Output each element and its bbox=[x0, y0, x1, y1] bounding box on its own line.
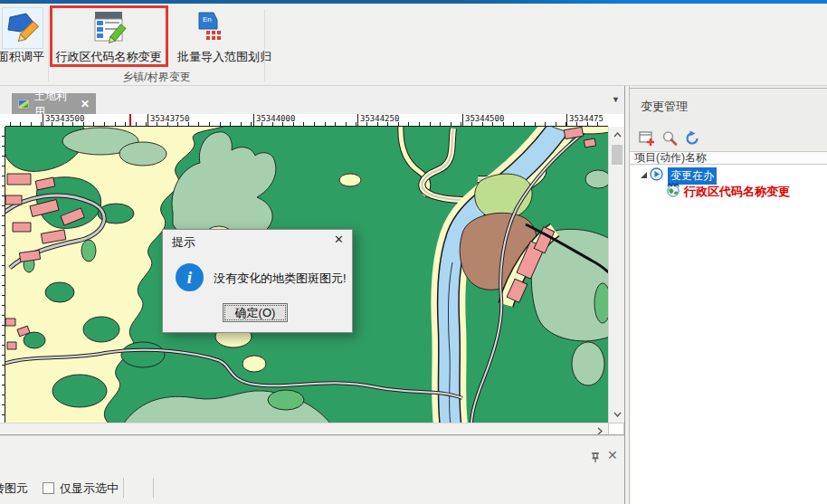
scroll-down-icon[interactable] bbox=[613, 412, 622, 417]
map-horizontal-scrollbar[interactable] bbox=[0, 423, 608, 435]
project-tree: 变更在办 行政区代码名称变更 bbox=[630, 165, 827, 504]
tutorial-highlight-box bbox=[50, 5, 168, 67]
batch-import-label: 批量导入范围划归 bbox=[177, 49, 271, 65]
map-tab-icon bbox=[18, 99, 29, 109]
area-balance-icon bbox=[3, 8, 43, 48]
ribbon-group-separator bbox=[264, 9, 265, 81]
panel-title: 变更管理 bbox=[641, 99, 688, 115]
refresh-icon[interactable] bbox=[684, 130, 700, 147]
show-selected-checkbox[interactable] bbox=[43, 482, 54, 494]
ribbon-group-separator bbox=[48, 9, 49, 81]
add-project-icon[interactable] bbox=[639, 130, 655, 147]
dialog-message: 没有变化的地类图斑图元! bbox=[214, 271, 347, 287]
batch-import-icon: En bbox=[195, 11, 223, 43]
dialog-title: 提示 bbox=[172, 234, 195, 251]
panel-splitter[interactable] bbox=[624, 86, 625, 504]
ruler-label: 3534475 bbox=[569, 114, 604, 123]
tab-close-icon[interactable]: ✕ bbox=[81, 98, 90, 110]
search-icon[interactable] bbox=[661, 130, 678, 147]
ribbon-group-label: 乡镇/村界变更 bbox=[102, 70, 211, 85]
tree-expand-arrow-icon[interactable] bbox=[641, 172, 647, 178]
vertical-scroll-thumb[interactable] bbox=[612, 145, 623, 165]
ok-button[interactable]: 确定(O) bbox=[223, 303, 288, 322]
play-icon bbox=[650, 167, 663, 181]
svg-text:En: En bbox=[203, 15, 212, 24]
message-dialog: 提示 ✕ i 没有变化的地类图斑图元! 确定(O) bbox=[162, 229, 353, 333]
map-vertical-scrollbar[interactable] bbox=[608, 127, 624, 423]
toolbar-separator bbox=[153, 478, 154, 498]
close-panel-icon[interactable]: ✕ bbox=[607, 448, 618, 462]
tab-land-use[interactable]: 土地利用 ✕ bbox=[12, 93, 96, 114]
pin-icon[interactable] bbox=[589, 451, 602, 463]
ruler-label: 35344500 bbox=[465, 114, 504, 123]
tree-item-admin-code-change[interactable]: 行政区代码名称变更 bbox=[684, 184, 790, 200]
info-icon: i bbox=[176, 263, 204, 291]
toolbar-separator bbox=[123, 478, 124, 498]
tree-column-header[interactable]: 项目(动作)名称 bbox=[630, 151, 827, 165]
bottom-dock-panel: ✕ 转图元 仅显示选中 bbox=[0, 436, 624, 504]
show-selected-label: 仅显示选中 bbox=[60, 480, 119, 497]
change-management-panel: 变更管理 项目(动作)名称 变更在办 bbox=[630, 88, 827, 504]
ruler-label: 35343750 bbox=[150, 114, 189, 123]
ruler-cursor-marker bbox=[129, 114, 131, 126]
globe-icon bbox=[666, 183, 680, 197]
scroll-up-icon[interactable] bbox=[613, 132, 622, 138]
ruler-label: 35344250 bbox=[360, 114, 399, 123]
batch-import-button[interactable]: En bbox=[195, 11, 223, 43]
document-tab-bar: 土地利用 ✕ ▼ bbox=[0, 86, 624, 114]
ruler-label: 35344000 bbox=[256, 114, 295, 123]
ruler-label: 35343500 bbox=[45, 114, 84, 123]
ruler-corner bbox=[0, 114, 5, 127]
tab-overflow-arrow-icon[interactable]: ▼ bbox=[612, 95, 620, 104]
application-window: 面积调平 行政区代码名称变更 En bbox=[0, 0, 827, 504]
clipped-toolbar-label: 转图元 bbox=[0, 480, 28, 497]
ruler-minor-ticks bbox=[0, 122, 608, 126]
dialog-close-icon[interactable]: ✕ bbox=[334, 233, 344, 246]
ok-button-label: 确定(O) bbox=[235, 306, 276, 319]
scrollbar-corner bbox=[608, 423, 624, 435]
ribbon-toolbar: 面积调平 行政区代码名称变更 En bbox=[0, 4, 827, 86]
horizontal-ruler: 35343500 35343750 35344000 35344250 3534… bbox=[0, 114, 608, 127]
area-balance-button[interactable] bbox=[2, 7, 43, 49]
area-balance-label: 面积调平 bbox=[0, 49, 52, 65]
